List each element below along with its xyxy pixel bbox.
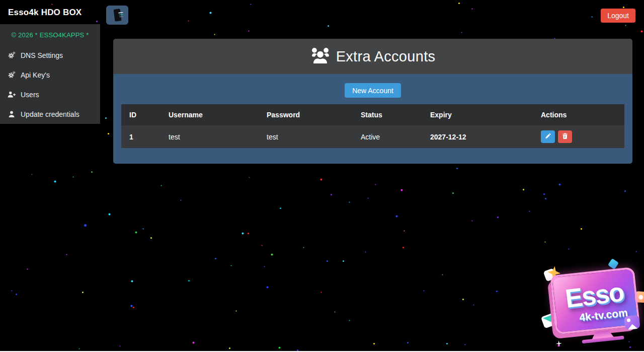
cell-id: 1 bbox=[121, 125, 160, 148]
cell-status: Active bbox=[353, 125, 422, 148]
cogs-icon bbox=[7, 71, 16, 79]
sparkle-icon bbox=[555, 340, 562, 347]
sidebar-item-update-credentials[interactable]: Update credentials bbox=[0, 104, 100, 124]
sidebar-item-label: DNS Settings bbox=[21, 51, 63, 59]
user-plus-icon bbox=[7, 91, 16, 99]
cell-actions bbox=[533, 125, 624, 148]
panel-header: Extra Accounts bbox=[113, 39, 632, 74]
user-icon bbox=[7, 110, 16, 118]
tv-box-icon bbox=[113, 9, 121, 21]
column-header-username: Username bbox=[160, 104, 259, 125]
logo-decoration-diamond bbox=[608, 258, 619, 269]
logo-wordmark: Esso bbox=[564, 278, 625, 312]
cell-password: test bbox=[259, 125, 353, 148]
users-icon bbox=[310, 48, 330, 65]
sidebar: © 2026 * ESSO4KAPPS * DNS Settings Api K… bbox=[0, 24, 100, 124]
column-header-actions: Actions bbox=[533, 104, 624, 125]
column-header-expiry: Expiry bbox=[422, 104, 533, 125]
extra-accounts-panel: Extra Accounts New Account ID Username P… bbox=[113, 39, 632, 164]
column-header-status: Status bbox=[353, 104, 422, 125]
sidebar-item-label: Update credentials bbox=[21, 110, 79, 118]
panel-body: New Account ID Username Password Status … bbox=[113, 74, 632, 164]
sidebar-item-label: Api Key's bbox=[21, 71, 50, 79]
sidebar-item-users[interactable]: Users bbox=[0, 85, 100, 104]
sidebar-item-label: Users bbox=[21, 91, 39, 99]
cell-username: test bbox=[160, 125, 259, 148]
app-title: Esso4k HDO BOX bbox=[8, 8, 82, 18]
sidebar-item-api-keys[interactable]: Api Key's bbox=[0, 65, 100, 85]
delete-button[interactable] bbox=[558, 130, 572, 143]
cogs-icon bbox=[7, 51, 16, 59]
starfield-background bbox=[0, 0, 2, 2]
sidebar-copyright: © 2026 * ESSO4KAPPS * bbox=[0, 24, 100, 45]
accounts-table: ID Username Password Status Expiry Actio… bbox=[121, 104, 624, 148]
pencil-icon bbox=[545, 133, 551, 140]
edit-button[interactable] bbox=[541, 130, 555, 143]
logout-button[interactable]: Logout bbox=[601, 9, 635, 23]
table-row: 1 test test Active 2027-12-12 bbox=[121, 125, 624, 148]
cell-expiry: 2027-12-12 bbox=[422, 125, 533, 148]
picture-icon bbox=[624, 315, 640, 330]
column-header-password: Password bbox=[259, 104, 353, 125]
column-header-id: ID bbox=[121, 104, 160, 125]
new-account-button[interactable]: New Account bbox=[345, 83, 401, 98]
app-logo-thumbnail[interactable] bbox=[106, 6, 128, 25]
panel-title: Extra Accounts bbox=[336, 48, 436, 65]
esso-4ktv-logo: Esso 4k-tv.com bbox=[543, 261, 644, 352]
trash-icon bbox=[562, 133, 568, 140]
sidebar-item-dns-settings[interactable]: DNS Settings bbox=[0, 45, 100, 65]
table-header-row: ID Username Password Status Expiry Actio… bbox=[121, 104, 624, 125]
